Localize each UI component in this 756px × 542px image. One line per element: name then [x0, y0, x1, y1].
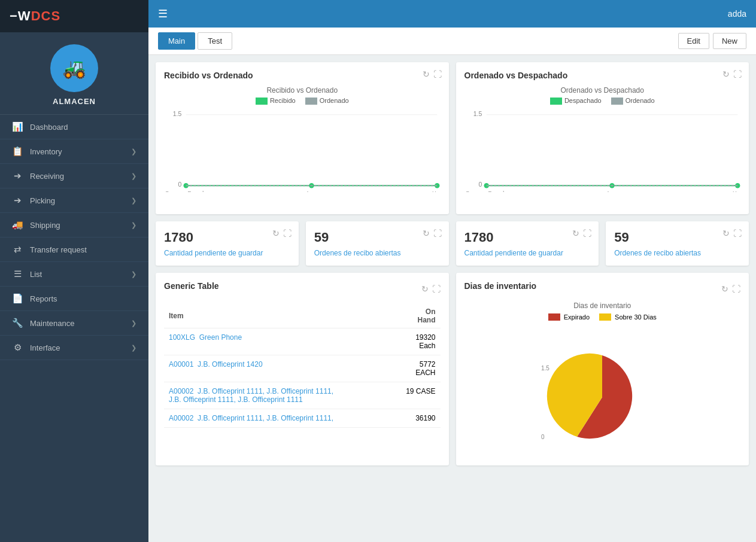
- svg-text:0: 0: [178, 181, 182, 188]
- avatar-area: 🚜 ALMACEN: [0, 32, 148, 115]
- expand-icon[interactable]: ⛶: [433, 69, 442, 79]
- sidebar-item-list[interactable]: ☰ List ❯: [0, 262, 148, 287]
- refresh-icon[interactable]: ↻: [272, 229, 280, 238]
- pie-chart-title: Dias de inventario: [573, 302, 631, 310]
- table-cell-item: A00002 J.B. Officeprint 1111, J.B. Offic…: [164, 409, 390, 428]
- expand-icon[interactable]: ⛶: [732, 284, 740, 294]
- item-link[interactable]: J.B. Officeprint 1111, J.B. Officeprint …: [198, 387, 333, 395]
- sidebar-item-transfer[interactable]: ⇄ Transfer request: [0, 237, 148, 262]
- stat-card-4: ↻ ⛶ 59 Ordenes de recibo abiertas: [606, 221, 749, 266]
- stat-card-3: ↻ ⛶ 1780 Cantidad pendiente de guardar: [456, 221, 599, 266]
- sidebar-item-interface[interactable]: ⚙ Interface ❯: [0, 336, 148, 360]
- expand-icon[interactable]: ⛶: [583, 229, 591, 238]
- generic-table-card: Generic Table ↻ ⛶ Item OnHand: [156, 273, 449, 465]
- stat3-actions: ↻ ⛶: [572, 229, 591, 238]
- legend-label: Ordenado: [320, 97, 349, 104]
- stat-card-2: ↻ ⛶ 59 Ordenes de recibo abiertas: [306, 221, 449, 266]
- receiving-icon: ➔: [12, 170, 23, 181]
- store-name: ALMACEN: [53, 97, 96, 106]
- edit-button[interactable]: Edit: [678, 33, 709, 49]
- item-link[interactable]: J.B. Officeprint 1420: [198, 360, 263, 369]
- expand-icon[interactable]: ⛶: [433, 229, 442, 238]
- chart2-svg: 1.5 0 Semana Pasada Ayer Hoy: [464, 108, 741, 192]
- svg-text:Semana Pasada: Semana Pasada: [465, 190, 507, 192]
- content: Recibido vs Ordenado ↻ ⛶ Recibido vs Ord…: [148, 55, 756, 542]
- transfer-icon: ⇄: [12, 244, 23, 255]
- item-link[interactable]: 100XLG: [169, 333, 195, 342]
- stat3-label: Cantidad pendiente de guardar: [464, 249, 591, 257]
- user-label: adda: [728, 9, 746, 19]
- svg-text:0: 0: [541, 434, 545, 440]
- sidebar-item-label: Transfer request: [30, 245, 136, 254]
- sidebar-item-label: Receiving: [30, 172, 131, 181]
- legend-expirado: Expirado: [548, 313, 590, 321]
- chevron-right-icon: ❯: [131, 344, 136, 352]
- expand-icon[interactable]: ⛶: [733, 69, 742, 79]
- chevron-right-icon: ❯: [131, 319, 136, 327]
- refresh-icon[interactable]: ↻: [572, 229, 579, 238]
- sidebar-item-shipping[interactable]: 🚚 Shipping ❯: [0, 213, 148, 237]
- chevron-right-icon: ❯: [131, 172, 136, 180]
- table-card-actions: ↻ ⛶: [421, 284, 441, 294]
- ordenado-vs-despachado-card: Ordenado vs Despachado ↻ ⛶ Ordenado vs D…: [456, 62, 749, 214]
- tab-main[interactable]: Main: [158, 32, 195, 50]
- sidebar-item-maintenance[interactable]: 🔧 Maintenance ❯: [0, 311, 148, 336]
- table-cell-item: A00002 J.B. Officeprint 1111, J.B. Offic…: [164, 382, 390, 409]
- item-link[interactable]: A00001: [169, 360, 193, 369]
- refresh-icon[interactable]: ↻: [722, 69, 730, 79]
- refresh-icon[interactable]: ↻: [423, 69, 430, 79]
- inventory-icon: 📋: [12, 146, 23, 157]
- sidebar-item-picking[interactable]: ➔ Picking ❯: [0, 188, 148, 213]
- expand-icon[interactable]: ⛶: [283, 229, 292, 238]
- new-button[interactable]: New: [713, 33, 746, 49]
- stat-card-1: ↻ ⛶ 1780 Cantidad pendiente de guardar: [156, 221, 299, 266]
- stat3-number: 1780: [464, 230, 591, 245]
- sidebar-item-receiving[interactable]: ➔ Receiving ❯: [0, 164, 148, 188]
- item-link[interactable]: J.B. Officeprint 1111, J.B. Officeprint …: [169, 395, 303, 404]
- tab-test[interactable]: Test: [198, 32, 232, 50]
- stat4-label: Ordenes de recibo abiertas: [614, 249, 740, 257]
- legend-label: Ordenado: [626, 97, 655, 104]
- list-icon: ☰: [12, 269, 23, 279]
- logo-area: −WDCS: [0, 0, 148, 32]
- table-row: 100XLG Green Phone 19320Each: [164, 328, 441, 355]
- sidebar-item-label: Shipping: [30, 221, 131, 230]
- svg-text:1.5: 1.5: [173, 110, 182, 117]
- table-row: A00001 J.B. Officeprint 1420 5772EACH: [164, 355, 441, 382]
- chevron-right-icon: ❯: [131, 197, 136, 205]
- item-link[interactable]: A00002: [169, 414, 193, 422]
- card2-actions: ↻ ⛶: [722, 69, 742, 79]
- item-link[interactable]: J.B. Officeprint 1111, J.B. Officeprint …: [198, 414, 333, 422]
- sidebar-item-inventory[interactable]: 📋 Inventory ❯: [0, 139, 148, 164]
- stat4-actions: ↻ ⛶: [722, 229, 742, 238]
- legend-ordenado: Ordenado: [305, 97, 349, 105]
- sidebar-item-label: Reports: [30, 294, 136, 303]
- refresh-icon[interactable]: ↻: [722, 229, 730, 238]
- tab-bar: Main Test Edit New: [148, 28, 756, 55]
- stat-cards-row: ↻ ⛶ 1780 Cantidad pendiente de guardar ↻…: [156, 221, 749, 266]
- sidebar-item-dashboard[interactable]: 📊 Dashboard: [0, 115, 148, 139]
- table-row: A00002 J.B. Officeprint 1111, J.B. Offic…: [164, 409, 441, 428]
- topbar: ☰ adda: [148, 0, 756, 28]
- refresh-icon[interactable]: ↻: [421, 284, 429, 294]
- generic-table-title: Generic Table: [164, 281, 219, 291]
- sidebar: −WDCS 🚜 ALMACEN 📊 Dashboard 📋 Inventory …: [0, 0, 148, 542]
- item-link[interactable]: A00002: [169, 387, 193, 395]
- item-link[interactable]: Green Phone: [199, 333, 242, 342]
- logo: −WDCS: [10, 8, 60, 24]
- expand-icon[interactable]: ⛶: [733, 229, 742, 238]
- col-onhand: OnHand: [390, 304, 441, 328]
- stat2-actions: ↻ ⛶: [423, 229, 442, 238]
- legend-label: Recibido: [270, 97, 296, 104]
- expand-icon[interactable]: ⛶: [432, 284, 441, 294]
- charts-row: Recibido vs Ordenado ↻ ⛶ Recibido vs Ord…: [156, 62, 749, 214]
- legend-label: Despachado: [564, 97, 602, 104]
- sidebar-item-reports[interactable]: 📄 Reports: [0, 287, 148, 311]
- refresh-icon[interactable]: ↻: [721, 284, 728, 294]
- table-cell-onhand: 19320Each: [390, 328, 441, 355]
- refresh-icon[interactable]: ↻: [423, 229, 430, 238]
- dashboard-icon: 📊: [12, 121, 23, 132]
- hamburger-icon[interactable]: ☰: [158, 7, 168, 20]
- legend-expirado-label: Expirado: [564, 313, 590, 321]
- recibido-vs-ordenado-card: Recibido vs Ordenado ↻ ⛶ Recibido vs Ord…: [156, 62, 449, 214]
